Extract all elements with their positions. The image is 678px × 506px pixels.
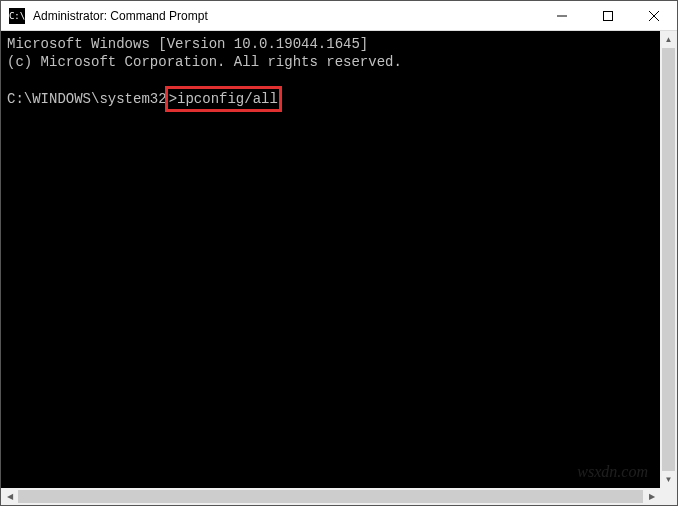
scroll-thumb-v[interactable] — [662, 48, 675, 471]
maximize-button[interactable] — [585, 1, 631, 30]
scroll-left-arrow[interactable]: ◀ — [1, 488, 18, 505]
scroll-right-arrow[interactable]: ▶ — [643, 488, 660, 505]
close-icon — [649, 11, 659, 21]
horizontal-scrollbar[interactable]: ◀ ▶ — [1, 488, 660, 505]
vertical-scrollbar[interactable]: ▲ ▼ — [660, 31, 677, 488]
scroll-thumb-h[interactable] — [18, 490, 643, 503]
scroll-up-arrow[interactable]: ▲ — [660, 31, 677, 48]
bottom-row: ◀ ▶ — [1, 488, 677, 505]
minimize-icon — [557, 11, 567, 21]
command-prompt-window: C:\ Administrator: Command Prompt Micros… — [0, 0, 678, 506]
terminal-area: Microsoft Windows [Version 10.0.19044.16… — [1, 31, 677, 488]
title-bar: C:\ Administrator: Command Prompt — [1, 1, 677, 31]
window-controls — [539, 1, 677, 30]
title-left: C:\ Administrator: Command Prompt — [1, 8, 208, 24]
output-line-2: (c) Microsoft Corporation. All rights re… — [7, 54, 402, 70]
scroll-track-v[interactable] — [660, 48, 677, 471]
prompt-symbol: > — [169, 91, 177, 107]
terminal-output[interactable]: Microsoft Windows [Version 10.0.19044.16… — [1, 31, 660, 488]
window-title: Administrator: Command Prompt — [33, 9, 208, 23]
command-highlight: >ipconfig/all — [165, 86, 282, 112]
maximize-icon — [603, 11, 613, 21]
prompt-path: C:\WINDOWS\system32 — [7, 91, 167, 107]
scroll-down-arrow[interactable]: ▼ — [660, 471, 677, 488]
close-button[interactable] — [631, 1, 677, 30]
typed-command: ipconfig/all — [177, 91, 278, 107]
minimize-button[interactable] — [539, 1, 585, 30]
scroll-corner — [660, 488, 677, 505]
cmd-icon: C:\ — [9, 8, 25, 24]
svg-rect-1 — [604, 11, 613, 20]
scroll-track-h[interactable] — [18, 488, 643, 505]
output-line-1: Microsoft Windows [Version 10.0.19044.16… — [7, 36, 368, 52]
